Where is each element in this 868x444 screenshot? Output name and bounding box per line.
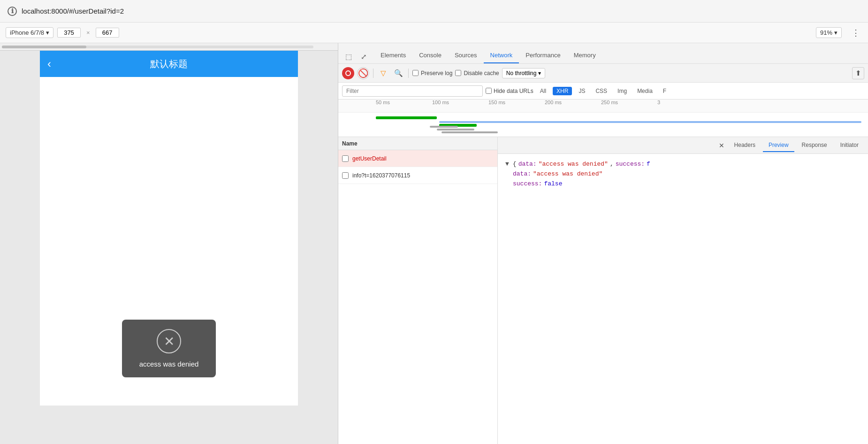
waterfall-bar-gray-3 bbox=[442, 131, 498, 133]
zoom-level: 91% bbox=[820, 29, 832, 36]
filter-media-button[interactable]: Media bbox=[633, 87, 656, 95]
request-list: Name getUserDetail info?t=1620377076115 bbox=[338, 137, 498, 444]
toolbar-divider-2 bbox=[408, 69, 409, 78]
preview-tab-headers[interactable]: Headers bbox=[729, 139, 761, 152]
preview-content: ▼ { data: "access was denied" , success:… bbox=[498, 154, 868, 194]
ruler-mark-3: 3 bbox=[657, 100, 660, 105]
ruler-mark-150ms: 150 ms bbox=[488, 100, 505, 105]
toast-message: access was denied bbox=[139, 360, 199, 368]
timeline-container: 50 ms 100 ms 150 ms 200 ms 250 ms 3 bbox=[338, 100, 868, 137]
json-data-value: "access was denied" bbox=[533, 169, 602, 179]
mobile-app-header: ‹ 默认标题 bbox=[40, 51, 298, 77]
device-chevron-icon: ▾ bbox=[46, 29, 49, 36]
zoom-selector[interactable]: 91% ▾ bbox=[816, 27, 842, 38]
search-button[interactable]: 🔍 bbox=[392, 67, 404, 79]
tab-elements[interactable]: Elements bbox=[374, 48, 412, 63]
more-options-button[interactable]: ⋮ bbox=[849, 26, 862, 39]
json-success-value: false bbox=[544, 179, 562, 189]
filter-css-button[interactable]: CSS bbox=[592, 87, 611, 95]
record-icon bbox=[345, 70, 351, 76]
filter-row: Hide data URLs All XHR JS CSS Img Media … bbox=[338, 83, 868, 100]
mobile-inner: ‹ 默认标题 ✕ access was denied bbox=[40, 51, 298, 406]
zoom-chevron-icon: ▾ bbox=[834, 29, 838, 36]
tab-memory[interactable]: Memory bbox=[567, 48, 602, 63]
import-button[interactable]: ⬆ bbox=[852, 67, 864, 79]
timeline-area: 50 ms 100 ms 150 ms 200 ms 250 ms 3 bbox=[338, 100, 868, 137]
hide-data-urls-checkbox[interactable] bbox=[486, 88, 492, 94]
toast-notification: ✕ access was denied bbox=[122, 320, 216, 377]
network-panel-bottom: Name getUserDetail info?t=1620377076115 … bbox=[338, 137, 868, 444]
tab-performance[interactable]: Performance bbox=[519, 48, 567, 63]
waterfall-bar-1 bbox=[376, 116, 437, 119]
json-top-data-key: data: bbox=[518, 160, 537, 169]
height-input[interactable] bbox=[96, 28, 119, 38]
close-panel-button[interactable]: ✕ bbox=[716, 140, 727, 151]
browser-address-bar: ℹ localhost:8000/#/userDetail?id=2 bbox=[0, 0, 868, 23]
preview-tab-initiator[interactable]: Initiator bbox=[835, 139, 864, 152]
tab-sources[interactable]: Sources bbox=[448, 48, 484, 63]
url-bar[interactable]: localhost:8000/#/userDetail?id=2 bbox=[22, 7, 124, 15]
disable-cache-checkbox[interactable] bbox=[455, 70, 461, 76]
disable-cache-checkbox-label[interactable]: Disable cache bbox=[455, 70, 499, 77]
filter-input[interactable] bbox=[342, 85, 483, 97]
json-comma: , bbox=[610, 160, 614, 169]
back-button[interactable]: ‹ bbox=[47, 57, 51, 70]
ruler-mark-250ms: 250 ms bbox=[601, 100, 618, 105]
preview-json-top: ▼ { data: "access was denied" , success:… bbox=[505, 160, 860, 169]
filter-all-button[interactable]: All bbox=[536, 87, 550, 95]
filter-font-button[interactable]: F bbox=[659, 87, 670, 95]
main-layout: ‹ 默认标题 ✕ access was denied ⬚ ⤢ Element bbox=[0, 43, 868, 444]
timeline-ruler: 50 ms 100 ms 150 ms 200 ms 250 ms 3 bbox=[338, 100, 868, 113]
json-success-key: success: bbox=[513, 179, 542, 189]
toolbar-divider-1 bbox=[373, 69, 373, 78]
scrollbar-area bbox=[0, 43, 338, 51]
request-name-info: info?t=1620377076115 bbox=[352, 172, 410, 179]
preview-tab-response[interactable]: Response bbox=[796, 139, 833, 152]
preview-tab-preview[interactable]: Preview bbox=[763, 139, 794, 152]
cursor-icon[interactable]: ⬚ bbox=[342, 50, 355, 63]
request-item-get-user-detail[interactable]: getUserDetail bbox=[338, 150, 497, 167]
preview-json-data-row: data: "access was denied" bbox=[505, 169, 860, 179]
devtools-tab-bar: ⬚ ⤢ Elements Console Sources Network Per… bbox=[338, 43, 868, 64]
dimension-separator: × bbox=[86, 29, 90, 36]
request-item-info[interactable]: info?t=1620377076115 bbox=[338, 167, 497, 184]
tab-network[interactable]: Network bbox=[484, 48, 519, 63]
filter-img-button[interactable]: Img bbox=[614, 87, 631, 95]
info-icon: ℹ bbox=[8, 7, 17, 16]
filter-button[interactable]: ▽ bbox=[377, 67, 389, 79]
preview-panel-header: ✕ Headers Preview Response Initiator bbox=[498, 137, 868, 154]
devtools-icon-bar: ⬚ ⤢ bbox=[342, 50, 370, 63]
mobile-preview-area: ‹ 默认标题 ✕ access was denied bbox=[0, 43, 338, 444]
device-name: iPhone 6/7/8 bbox=[10, 29, 44, 36]
waterfall-bar-gray-1 bbox=[430, 126, 458, 128]
waterfall-bar-gray-2 bbox=[437, 129, 474, 130]
device-selector[interactable]: iPhone 6/7/8 ▾ bbox=[6, 27, 53, 38]
hide-data-urls-label[interactable]: Hide data URLs bbox=[486, 88, 533, 94]
tab-console[interactable]: Console bbox=[412, 48, 448, 63]
preserve-log-checkbox-label[interactable]: Preserve log bbox=[412, 70, 452, 77]
request-item-checkbox-1[interactable] bbox=[342, 155, 349, 162]
request-item-checkbox-2[interactable] bbox=[342, 172, 349, 179]
devtools-panel: ⬚ ⤢ Elements Console Sources Network Per… bbox=[338, 43, 868, 444]
mobile-content-area: ✕ access was denied bbox=[40, 77, 298, 406]
filter-js-button[interactable]: JS bbox=[575, 87, 589, 95]
throttle-selector[interactable]: No throttling ▾ bbox=[502, 68, 546, 78]
page-title: 默认标题 bbox=[150, 58, 188, 70]
device-icon[interactable]: ⤢ bbox=[357, 50, 370, 63]
throttle-chevron-icon: ▾ bbox=[538, 70, 541, 77]
json-top-data-value: "access was denied" bbox=[539, 160, 608, 169]
throttle-label: No throttling bbox=[506, 70, 537, 77]
json-top-success-key: success: bbox=[616, 160, 645, 169]
preserve-log-checkbox[interactable] bbox=[412, 70, 419, 76]
ruler-mark-100ms: 100 ms bbox=[432, 100, 449, 105]
device-toolbar: iPhone 6/7/8 ▾ × 91% ▾ ⋮ bbox=[0, 23, 868, 43]
clear-button[interactable]: 🚫 bbox=[357, 67, 369, 79]
record-button[interactable] bbox=[342, 67, 354, 79]
scrollbar-track[interactable] bbox=[2, 46, 313, 48]
json-data-key: data: bbox=[513, 169, 531, 179]
preview-panel: ✕ Headers Preview Response Initiator ▼ {… bbox=[498, 137, 868, 444]
ruler-mark-200ms: 200 ms bbox=[545, 100, 562, 105]
json-expand-arrow[interactable]: ▼ bbox=[505, 160, 509, 169]
width-input[interactable] bbox=[57, 28, 81, 38]
filter-xhr-button[interactable]: XHR bbox=[553, 87, 572, 95]
